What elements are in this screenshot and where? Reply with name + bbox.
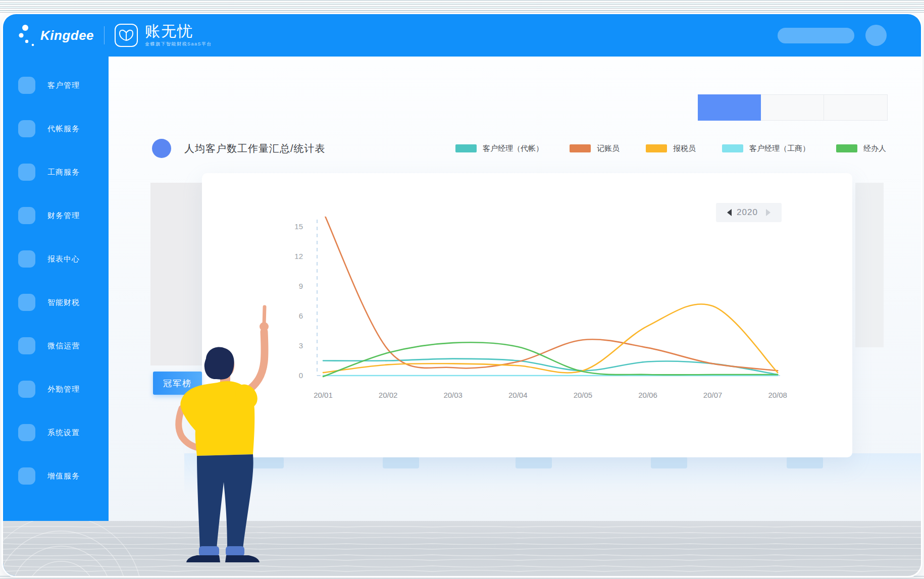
menu-icon-placeholder	[18, 120, 35, 137]
sidebar-item-label: 增值服务	[47, 471, 80, 481]
sidebar-item-label: 客户管理	[47, 81, 80, 90]
legend-swatch	[722, 144, 743, 152]
svg-text:20/05: 20/05	[574, 391, 593, 399]
sidebar-item-3[interactable]: 工商服务	[3, 150, 109, 194]
legend-item-4[interactable]: 客户经理（工商）	[722, 144, 810, 153]
svg-text:20/07: 20/07	[703, 391, 723, 399]
sidebar-item-6[interactable]: 智能财税	[3, 281, 109, 324]
legend-label: 记账员	[597, 144, 620, 153]
legend-item-3[interactable]: 报税员	[646, 144, 696, 153]
title-dot-icon	[152, 139, 171, 158]
sidebar-item-8[interactable]: 外勤管理	[3, 367, 109, 411]
floor-decoration	[3, 521, 921, 576]
background-table-bar	[516, 457, 552, 468]
menu-icon-placeholder	[18, 337, 35, 354]
sidebar-item-label: 工商服务	[47, 168, 80, 177]
sidebar-item-2[interactable]: 代帐服务	[3, 107, 109, 150]
svg-text:0: 0	[299, 371, 303, 380]
legend-swatch	[570, 144, 591, 152]
year-value: 2020	[737, 207, 758, 218]
legend-label: 经办人	[863, 144, 886, 153]
menu-icon-placeholder	[18, 424, 35, 441]
svg-text:20/04: 20/04	[508, 391, 528, 399]
menu-icon-placeholder	[18, 77, 35, 94]
svg-text:20/06: 20/06	[638, 391, 657, 399]
svg-text:20/03: 20/03	[443, 391, 463, 399]
sidebar-item-4[interactable]: 财务管理	[3, 194, 109, 237]
background-placeholder-right	[855, 183, 884, 347]
legend-label: 客户经理（代帐）	[483, 144, 543, 153]
menu-icon-placeholder	[18, 207, 35, 224]
sidebar-item-label: 微信运营	[47, 341, 80, 351]
app-header: Kingdee 账无忧 金蝶旗下智能财税SaaS平台	[3, 14, 921, 57]
kingdee-logo-icon	[18, 23, 36, 47]
screenshot-stage: Kingdee 账无忧 金蝶旗下智能财税SaaS平台 客户管理代帐服务工商服务财…	[0, 0, 924, 579]
legend-swatch	[646, 144, 667, 152]
svg-text:20/08: 20/08	[768, 391, 787, 399]
view-toggle	[698, 94, 888, 121]
person-illustration	[146, 300, 290, 568]
legend-item-1[interactable]: 客户经理（代帐）	[455, 144, 543, 153]
legend-swatch	[455, 144, 477, 152]
view-toggle-segment-1[interactable]	[698, 94, 761, 121]
svg-text:12: 12	[294, 252, 303, 260]
header-right	[778, 25, 921, 46]
menu-icon-placeholder	[18, 294, 35, 311]
view-toggle-segment-3[interactable]	[824, 94, 888, 121]
kingdee-logo-text: Kingdee	[40, 28, 94, 43]
year-next-icon[interactable]	[766, 209, 771, 216]
product-tagline: 金蝶旗下智能财税SaaS平台	[145, 41, 212, 47]
svg-text:3: 3	[299, 341, 303, 350]
sidebar-item-1[interactable]: 客户管理	[3, 64, 109, 107]
sidebar-item-label: 外勤管理	[47, 385, 80, 394]
background-table-bar	[383, 457, 419, 468]
sidebar-item-label: 财务管理	[47, 211, 80, 221]
sidebar-item-label: 代帐服务	[47, 124, 80, 134]
svg-text:15: 15	[294, 222, 303, 231]
svg-text:20/02: 20/02	[379, 391, 398, 399]
legend-label: 报税员	[673, 144, 696, 153]
svg-text:6: 6	[299, 311, 303, 320]
background-table-bar	[651, 457, 687, 468]
sidebar-item-7[interactable]: 微信运营	[3, 324, 109, 367]
menu-icon-placeholder	[18, 381, 35, 398]
sidebar-item-10[interactable]: 增值服务	[3, 454, 109, 498]
user-avatar[interactable]	[865, 25, 887, 46]
legend-item-5[interactable]: 经办人	[836, 144, 886, 153]
sidebar-item-label: 报表中心	[47, 254, 80, 264]
product-title-block: 账无忧 金蝶旗下智能财税SaaS平台	[145, 23, 212, 47]
floor-contour-lines	[3, 521, 921, 576]
chart-card: 0369121520/0120/0220/0320/0420/0520/0620…	[202, 173, 852, 457]
svg-text:20/01: 20/01	[314, 391, 333, 399]
menu-icon-placeholder	[18, 164, 35, 181]
legend-label: 客户经理（工商）	[749, 144, 810, 153]
svg-text:9: 9	[299, 282, 303, 290]
menu-icon-placeholder	[18, 467, 35, 485]
product-logo-box	[115, 24, 138, 47]
sidebar-item-label: 系统设置	[47, 428, 80, 438]
product-name: 账无忧	[145, 23, 212, 39]
menu-icon-placeholder	[18, 250, 35, 268]
contour-decoration-bottom	[0, 576, 924, 579]
sidebar-item-9[interactable]: 系统设置	[3, 411, 109, 454]
view-toggle-segment-2[interactable]	[761, 94, 825, 121]
legend-swatch	[836, 144, 857, 152]
app-window: Kingdee 账无忧 金蝶旗下智能财税SaaS平台 客户管理代帐服务工商服务财…	[3, 14, 921, 576]
sidebar-item-label: 智能财税	[47, 298, 80, 307]
year-prev-icon[interactable]	[727, 209, 732, 216]
legend-item-2[interactable]: 记账员	[570, 144, 620, 153]
page-title: 人均客户数工作量汇总/统计表	[184, 139, 326, 158]
search-placeholder-pill[interactable]	[778, 28, 854, 43]
sidebar-item-5[interactable]: 报表中心	[3, 237, 109, 281]
year-selector: 2020	[716, 203, 782, 222]
background-table-bar	[787, 457, 823, 468]
contour-decoration-top	[0, 0, 924, 14]
chart-legend: 客户经理（代帐）记账员报税员客户经理（工商）经办人	[455, 140, 886, 156]
sidebar-menu: 客户管理代帐服务工商服务财务管理报表中心智能财税微信运营外勤管理系统设置增值服务	[3, 57, 109, 576]
header-divider	[104, 26, 105, 44]
butterfly-logo-icon	[118, 28, 134, 42]
